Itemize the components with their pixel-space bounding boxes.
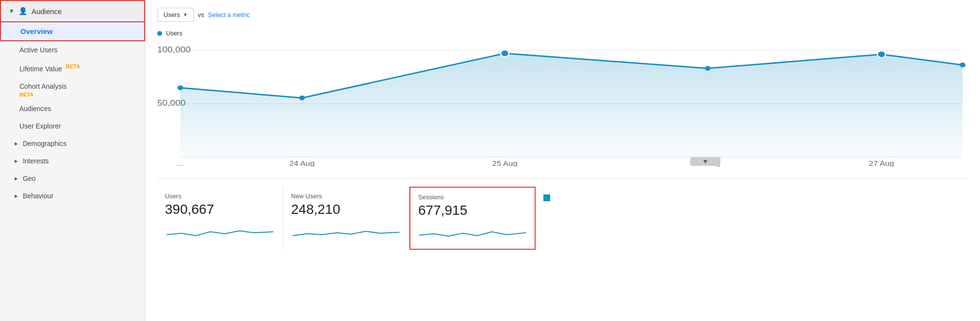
sidebar-item-user-explorer[interactable]: User Explorer bbox=[0, 117, 145, 135]
metric-users-button[interactable]: Users ▼ bbox=[157, 8, 194, 22]
sidebar-item-behaviour[interactable]: ► Behaviour bbox=[0, 187, 145, 205]
stat-sessions-value: 677,915 bbox=[418, 203, 527, 218]
expand-arrow-icon: ► bbox=[14, 158, 19, 164]
sidebar-item-overview-label: Overview bbox=[20, 27, 53, 35]
sidebar-section-audience[interactable]: ▼ 👤 Audience bbox=[0, 0, 145, 22]
stat-card-sessions: Sessions 677,915 bbox=[409, 187, 536, 250]
chart-point bbox=[877, 51, 885, 58]
chart-area bbox=[180, 53, 963, 157]
chevron-down-icon: ▼ bbox=[9, 8, 15, 15]
vs-label: vs bbox=[198, 11, 204, 18]
sidebar-item-interests-label: Interests bbox=[23, 157, 49, 165]
svg-text:27 Aug: 27 Aug bbox=[869, 160, 894, 167]
sidebar-item-demographics-label: Demographics bbox=[23, 140, 66, 147]
svg-text:▼: ▼ bbox=[702, 158, 709, 165]
chart-wrapper: 100,000 50,000 bbox=[157, 41, 968, 167]
chart-indicator bbox=[536, 187, 558, 250]
chart-point bbox=[705, 66, 711, 71]
sidebar-item-geo[interactable]: ► Geo bbox=[0, 170, 145, 187]
chart-point bbox=[501, 50, 509, 57]
stat-sessions-label: Sessions bbox=[418, 193, 527, 201]
svg-text:24 Aug: 24 Aug bbox=[290, 160, 315, 167]
sidebar-section-label: Audience bbox=[32, 7, 62, 16]
sidebar-item-active-users[interactable]: Active Users bbox=[0, 41, 145, 59]
chart-container: Users 100,000 50,000 bbox=[157, 30, 968, 167]
sparkline-new-users bbox=[291, 221, 401, 241]
sidebar-item-cohort-analysis[interactable]: Cohort Analysis BETA bbox=[0, 78, 145, 100]
select-metric-link[interactable]: Select a metric bbox=[208, 11, 250, 18]
stat-users-label: Users bbox=[165, 193, 275, 200]
expand-arrow-icon: ► bbox=[14, 193, 19, 199]
sidebar-item-interests[interactable]: ► Interests bbox=[0, 152, 145, 170]
sidebar-item-demographics[interactable]: ► Demographics bbox=[0, 135, 145, 152]
stat-card-users: Users 390,667 bbox=[157, 187, 283, 250]
blue-indicator bbox=[543, 194, 550, 201]
sidebar-item-behaviour-label: Behaviour bbox=[23, 192, 53, 200]
cohort-beta-badge: BETA bbox=[19, 92, 33, 97]
stat-users-value: 390,667 bbox=[165, 202, 275, 217]
line-chart: 100,000 50,000 bbox=[157, 41, 968, 167]
expand-arrow-icon: ► bbox=[14, 141, 19, 146]
sidebar-item-user-explorer-label: User Explorer bbox=[19, 122, 61, 130]
svg-text:100,000: 100,000 bbox=[157, 45, 191, 54]
sidebar-item-geo-label: Geo bbox=[23, 175, 35, 182]
sidebar-item-lifetime-value[interactable]: Lifetime Value BETA bbox=[0, 59, 145, 78]
legend-dot bbox=[157, 31, 162, 36]
metric-selector-row: Users ▼ vs Select a metric bbox=[157, 8, 968, 22]
legend-label: Users bbox=[166, 30, 182, 37]
sidebar-item-lifetime-value-label: Lifetime Value bbox=[19, 65, 62, 73]
metric-button-label: Users bbox=[163, 11, 180, 18]
sparkline-users bbox=[165, 221, 275, 241]
main-content: Users ▼ vs Select a metric Users 100,000… bbox=[146, 0, 980, 321]
chart-legend: Users bbox=[157, 30, 968, 37]
chart-point bbox=[299, 96, 305, 100]
stats-row: Users 390,667 New Users 248,210 Sessions… bbox=[157, 178, 968, 250]
sparkline-sessions bbox=[418, 222, 527, 241]
stat-card-new-users: New Users 248,210 bbox=[283, 187, 409, 250]
stat-new-users-value: 248,210 bbox=[291, 202, 401, 217]
chart-point bbox=[960, 63, 965, 67]
lifetime-value-beta-badge: BETA bbox=[66, 64, 80, 69]
sidebar-item-overview[interactable]: Overview bbox=[0, 22, 145, 41]
expand-arrow-icon: ► bbox=[14, 176, 19, 181]
sidebar: ▼ 👤 Audience Overview Active Users Lifet… bbox=[0, 0, 146, 321]
sidebar-item-audiences-label: Audiences bbox=[19, 105, 51, 112]
person-icon: 👤 bbox=[18, 7, 28, 16]
svg-text:25 Aug: 25 Aug bbox=[492, 160, 518, 167]
chart-point bbox=[178, 85, 183, 90]
dropdown-arrow-icon: ▼ bbox=[183, 12, 188, 17]
sidebar-item-cohort-label: Cohort Analysis bbox=[19, 82, 66, 90]
sidebar-item-audiences[interactable]: Audiences bbox=[0, 100, 145, 117]
stat-new-users-label: New Users bbox=[291, 193, 401, 200]
sidebar-item-active-users-label: Active Users bbox=[19, 46, 58, 54]
svg-text:...: ... bbox=[177, 160, 184, 167]
